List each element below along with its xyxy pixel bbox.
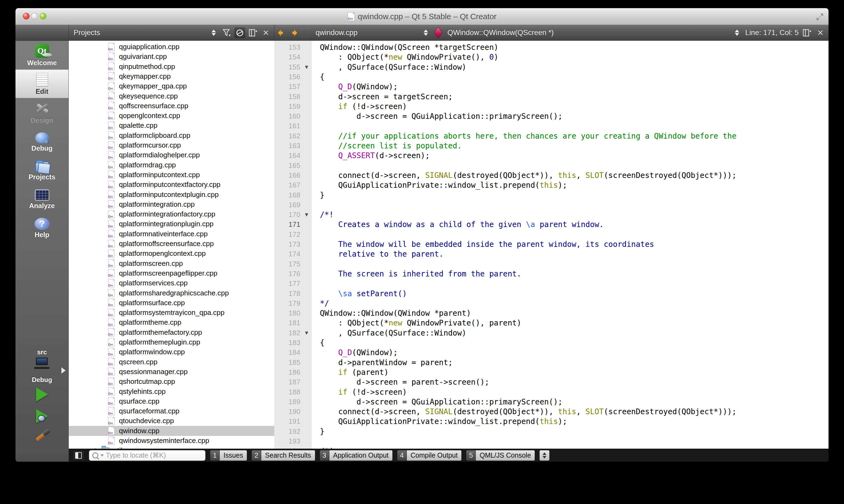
- panel-selector-spinner-icon[interactable]: [208, 28, 219, 38]
- output-pane-button-issues[interactable]: 1Issues: [210, 450, 247, 461]
- line-number[interactable]: 158: [274, 92, 300, 102]
- folder-tree-item[interactable]: util: [69, 445, 274, 449]
- file-tree-item[interactable]: qplatforminputcontextplugin.cpp: [69, 190, 274, 200]
- file-tree-item[interactable]: qopenglcontext.cpp: [69, 111, 274, 121]
- file-tree-item[interactable]: qplatformthemefactory.cpp: [69, 327, 274, 338]
- file-tree-item[interactable]: qplatforminputcontext.cpp: [69, 170, 274, 180]
- line-number[interactable]: 189: [274, 397, 300, 407]
- mode-button-help[interactable]: ?Help: [16, 213, 68, 242]
- fold-marker-icon[interactable]: ▼: [303, 328, 311, 338]
- line-number[interactable]: 175: [274, 259, 300, 269]
- close-editor-icon[interactable]: ✕: [815, 28, 826, 38]
- line-number[interactable]: 153: [274, 42, 300, 52]
- back-arrow-icon[interactable]: [277, 29, 286, 37]
- line-number[interactable]: 168: [274, 190, 300, 200]
- open-file-name[interactable]: qwindow.cpp: [315, 29, 358, 37]
- line-number[interactable]: 171: [274, 219, 300, 230]
- mode-button-analyze[interactable]: Analyze: [16, 184, 68, 213]
- line-number[interactable]: 162: [274, 131, 300, 141]
- line-number[interactable]: 186: [274, 367, 300, 377]
- file-tree-item[interactable]: qscreen.cpp: [69, 357, 274, 367]
- line-number[interactable]: 173: [274, 239, 300, 249]
- run-debug-icon[interactable]: [36, 409, 48, 423]
- line-number[interactable]: 182: [274, 328, 300, 338]
- file-tree-item[interactable]: qplatformoffscreensurface.cpp: [69, 239, 274, 249]
- file-tree-item[interactable]: qkeysequence.cpp: [69, 91, 274, 101]
- code-editor[interactable]: 153154155▼156157158159160161162163164165…: [274, 41, 828, 449]
- line-number[interactable]: 172: [274, 230, 300, 239]
- fold-marker-icon[interactable]: ▼: [303, 210, 311, 220]
- line-number[interactable]: 164: [274, 150, 300, 161]
- mode-button-projects[interactable]: Projects: [16, 156, 68, 184]
- output-pane-button-application-output[interactable]: 3Application Output: [320, 450, 393, 461]
- file-tree-item[interactable]: qplatformopenglcontext.cpp: [69, 249, 274, 258]
- file-tree-item[interactable]: qplatformscreenpageflipper.cpp: [69, 268, 274, 278]
- mode-button-debug[interactable]: Debug: [16, 127, 68, 156]
- line-number[interactable]: 163: [274, 141, 300, 151]
- line-number[interactable]: 161: [274, 121, 300, 131]
- split-add-icon[interactable]: [247, 28, 258, 38]
- code-area[interactable]: QWindow::QWindow(QScreen *targetScreen) …: [312, 41, 828, 449]
- file-tree-item[interactable]: qplatformintegrationplugin.cpp: [69, 219, 274, 229]
- file-tree-item[interactable]: qguivariant.cpp: [69, 52, 274, 61]
- mode-button-welcome[interactable]: QtWelcome: [16, 41, 68, 69]
- line-number[interactable]: 193: [274, 436, 300, 446]
- line-number[interactable]: 160: [274, 111, 300, 121]
- file-tree-item[interactable]: qguiapplication.cpp: [69, 42, 274, 52]
- output-pane-button-compile-output[interactable]: 4Compile Output: [397, 450, 462, 461]
- file-tree-item[interactable]: qkeymapper.cpp: [69, 71, 274, 82]
- file-tree-item[interactable]: qwindow.cpp: [69, 426, 274, 436]
- file-tree-item[interactable]: qplatformdialoghelper.cpp: [69, 150, 274, 160]
- resize-arrows-icon[interactable]: [815, 12, 824, 21]
- file-tree-item[interactable]: qsurfaceformat.cpp: [69, 406, 274, 416]
- sync-with-editor-icon[interactable]: [234, 28, 245, 38]
- file-spinner-icon[interactable]: [420, 28, 431, 38]
- mode-button-edit[interactable]: Edit: [16, 69, 68, 98]
- titlebar[interactable]: qwindow.cpp – Qt 5 Stable – Qt Creator: [16, 8, 828, 25]
- build-hammer-icon[interactable]: [34, 430, 50, 445]
- output-pane-button-qml-js-console[interactable]: 5QML/JS Console: [466, 450, 535, 461]
- line-number[interactable]: 155: [274, 62, 300, 72]
- file-tree-item[interactable]: qplatformsharedgraphicscache.cpp: [69, 288, 274, 298]
- file-tree-item[interactable]: qplatformtheme.cpp: [69, 317, 274, 327]
- file-tree-item[interactable]: qplatformclipboard.cpp: [69, 130, 274, 141]
- file-tree-item[interactable]: qplatforminputcontextfactory.cpp: [69, 180, 274, 190]
- line-number[interactable]: 169: [274, 200, 300, 210]
- line-number[interactable]: 176: [274, 269, 300, 279]
- line-number[interactable]: 165: [274, 161, 300, 170]
- fold-marker-icon[interactable]: ▼: [303, 62, 311, 72]
- line-number[interactable]: 190: [274, 407, 300, 417]
- file-tree-item[interactable]: qplatformnativeinterface.cpp: [69, 229, 274, 239]
- line-number[interactable]: 174: [274, 249, 300, 259]
- line-number[interactable]: 170: [274, 210, 300, 220]
- file-tree-item[interactable]: qsessionmanager.cpp: [69, 367, 274, 377]
- editor-split-add-icon[interactable]: [802, 28, 812, 38]
- line-number[interactable]: 183: [274, 338, 300, 348]
- line-number[interactable]: 188: [274, 387, 300, 397]
- filter-funnel-icon[interactable]: [221, 28, 232, 38]
- forward-arrow-icon[interactable]: [289, 29, 298, 37]
- file-tree-item[interactable]: qplatformintegrationfactory.cpp: [69, 209, 274, 219]
- file-tree-item[interactable]: qshortcutmap.cpp: [69, 377, 274, 386]
- target-computer-icon[interactable]: [36, 358, 48, 365]
- line-number[interactable]: 187: [274, 377, 300, 387]
- line-number[interactable]: 185: [274, 358, 300, 367]
- line-number[interactable]: 181: [274, 318, 300, 328]
- file-tree-item[interactable]: qplatformdrag.cpp: [69, 160, 274, 170]
- file-tree-item[interactable]: qstylehints.cpp: [69, 386, 274, 397]
- line-number[interactable]: 194: [274, 446, 300, 449]
- line-number[interactable]: 184: [274, 347, 300, 358]
- line-number[interactable]: 191: [274, 416, 300, 427]
- file-tree-item[interactable]: qoffscreensurface.cpp: [69, 101, 274, 111]
- file-tree-item[interactable]: qwindowsysteminterface.cpp: [69, 436, 274, 446]
- file-tree-item[interactable]: qinputmethod.cpp: [69, 61, 274, 72]
- file-tree-item[interactable]: qplatformscreen.cpp: [69, 258, 274, 269]
- line-number[interactable]: 167: [274, 180, 300, 190]
- run-icon[interactable]: [36, 388, 48, 401]
- file-tree-item[interactable]: qplatformservices.cpp: [69, 278, 274, 288]
- line-number[interactable]: 154: [274, 52, 300, 62]
- line-number[interactable]: 159: [274, 102, 300, 111]
- line-number[interactable]: 177: [274, 278, 300, 289]
- file-tree-item[interactable]: qsurface.cpp: [69, 396, 274, 406]
- file-tree-item[interactable]: qplatformsystemtrayicon_qpa.cpp: [69, 308, 274, 318]
